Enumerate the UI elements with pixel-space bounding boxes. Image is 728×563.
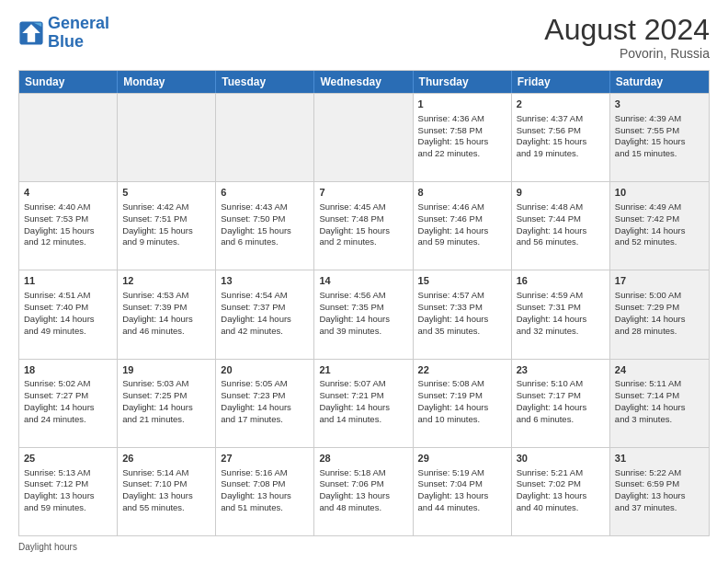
day-num-18: 18	[24, 363, 112, 377]
cal-cell-1: 1Sunrise: 4:36 AM Sunset: 7:58 PM Daylig…	[414, 94, 512, 181]
cal-cell-27: 27Sunrise: 5:16 AM Sunset: 7:08 PM Dayli…	[216, 448, 314, 535]
day-info-24: Sunrise: 5:11 AM Sunset: 7:14 PM Dayligh…	[615, 378, 686, 423]
day-info-18: Sunrise: 5:02 AM Sunset: 7:27 PM Dayligh…	[24, 378, 95, 423]
cal-row-0: 1Sunrise: 4:36 AM Sunset: 7:58 PM Daylig…	[19, 93, 709, 181]
day-info-2: Sunrise: 4:37 AM Sunset: 7:56 PM Dayligh…	[517, 113, 587, 158]
daylight-label: Daylight hours	[18, 542, 77, 552]
day-info-8: Sunrise: 4:46 AM Sunset: 7:46 PM Dayligh…	[418, 201, 489, 247]
cal-cell-empty-0-3	[314, 94, 413, 181]
logo-blue: Blue	[48, 32, 84, 51]
day-info-6: Sunrise: 4:43 AM Sunset: 7:50 PM Dayligh…	[221, 201, 291, 247]
day-info-5: Sunrise: 4:42 AM Sunset: 7:51 PM Dayligh…	[122, 201, 193, 247]
day-info-22: Sunrise: 5:08 AM Sunset: 7:19 PM Dayligh…	[418, 378, 489, 423]
cal-cell-9: 9Sunrise: 4:48 AM Sunset: 7:44 PM Daylig…	[512, 182, 610, 270]
day-info-16: Sunrise: 4:59 AM Sunset: 7:31 PM Dayligh…	[517, 290, 587, 335]
day-num-26: 26	[122, 452, 210, 465]
cal-cell-3: 3Sunrise: 4:39 AM Sunset: 7:55 PM Daylig…	[610, 94, 709, 181]
cal-cell-6: 6Sunrise: 4:43 AM Sunset: 7:50 PM Daylig…	[216, 182, 314, 270]
cal-row-2: 11Sunrise: 4:51 AM Sunset: 7:40 PM Dayli…	[19, 270, 709, 358]
day-info-30: Sunrise: 5:21 AM Sunset: 7:02 PM Dayligh…	[517, 467, 587, 512]
cal-row-1: 4Sunrise: 4:40 AM Sunset: 7:53 PM Daylig…	[19, 181, 709, 270]
day-num-25: 25	[24, 452, 112, 465]
day-num-22: 22	[418, 363, 506, 377]
location: Povorin, Russia	[544, 46, 710, 61]
cal-cell-19: 19Sunrise: 5:03 AM Sunset: 7:25 PM Dayli…	[118, 360, 216, 447]
cal-cell-15: 15Sunrise: 4:57 AM Sunset: 7:33 PM Dayli…	[414, 270, 512, 358]
day-num-10: 10	[615, 186, 704, 200]
day-info-12: Sunrise: 4:53 AM Sunset: 7:39 PM Dayligh…	[122, 290, 193, 335]
month-title: August 2024	[544, 15, 710, 44]
day-info-10: Sunrise: 4:49 AM Sunset: 7:42 PM Dayligh…	[615, 201, 686, 247]
weekday-saturday: Saturday	[610, 71, 709, 93]
day-info-14: Sunrise: 4:56 AM Sunset: 7:35 PM Dayligh…	[319, 290, 390, 335]
cal-cell-5: 5Sunrise: 4:42 AM Sunset: 7:51 PM Daylig…	[118, 182, 216, 270]
cal-cell-18: 18Sunrise: 5:02 AM Sunset: 7:27 PM Dayli…	[19, 360, 118, 447]
day-num-7: 7	[319, 186, 407, 200]
day-num-13: 13	[221, 274, 309, 288]
cal-row-3: 18Sunrise: 5:02 AM Sunset: 7:27 PM Dayli…	[19, 359, 709, 447]
calendar: SundayMondayTuesdayWednesdayThursdayFrid…	[18, 70, 710, 536]
day-info-29: Sunrise: 5:19 AM Sunset: 7:04 PM Dayligh…	[418, 467, 489, 512]
cal-cell-16: 16Sunrise: 4:59 AM Sunset: 7:31 PM Dayli…	[512, 270, 610, 358]
day-num-23: 23	[517, 363, 605, 377]
logo-icon	[18, 20, 44, 46]
title-block: August 2024 Povorin, Russia	[544, 15, 710, 61]
day-info-17: Sunrise: 5:00 AM Sunset: 7:29 PM Dayligh…	[615, 290, 686, 335]
day-num-17: 17	[615, 274, 704, 288]
cal-cell-11: 11Sunrise: 4:51 AM Sunset: 7:40 PM Dayli…	[19, 270, 118, 358]
day-num-20: 20	[221, 363, 309, 377]
cal-cell-24: 24Sunrise: 5:11 AM Sunset: 7:14 PM Dayli…	[610, 360, 709, 447]
cal-cell-31: 31Sunrise: 5:22 AM Sunset: 6:59 PM Dayli…	[610, 448, 709, 535]
day-num-5: 5	[122, 186, 210, 200]
day-num-29: 29	[418, 452, 506, 465]
day-info-11: Sunrise: 4:51 AM Sunset: 7:40 PM Dayligh…	[24, 290, 95, 335]
logo: General Blue	[18, 15, 109, 52]
cal-cell-13: 13Sunrise: 4:54 AM Sunset: 7:37 PM Dayli…	[216, 270, 314, 358]
day-num-11: 11	[24, 274, 112, 288]
day-num-16: 16	[517, 274, 605, 288]
cal-cell-29: 29Sunrise: 5:19 AM Sunset: 7:04 PM Dayli…	[414, 448, 512, 535]
header: General Blue August 2024 Povorin, Russia	[18, 15, 710, 61]
day-info-3: Sunrise: 4:39 AM Sunset: 7:55 PM Dayligh…	[615, 113, 686, 158]
weekday-sunday: Sunday	[19, 71, 118, 93]
day-info-15: Sunrise: 4:57 AM Sunset: 7:33 PM Dayligh…	[418, 290, 489, 335]
day-num-19: 19	[122, 363, 210, 377]
cal-cell-28: 28Sunrise: 5:18 AM Sunset: 7:06 PM Dayli…	[314, 448, 413, 535]
day-num-14: 14	[319, 274, 407, 288]
cal-cell-30: 30Sunrise: 5:21 AM Sunset: 7:02 PM Dayli…	[512, 448, 610, 535]
day-num-21: 21	[319, 363, 407, 377]
day-info-1: Sunrise: 4:36 AM Sunset: 7:58 PM Dayligh…	[418, 113, 489, 158]
day-info-9: Sunrise: 4:48 AM Sunset: 7:44 PM Dayligh…	[517, 201, 587, 247]
weekday-monday: Monday	[118, 71, 216, 93]
day-num-4: 4	[24, 186, 112, 200]
page: General Blue August 2024 Povorin, Russia…	[0, 0, 728, 563]
cal-cell-4: 4Sunrise: 4:40 AM Sunset: 7:53 PM Daylig…	[19, 182, 118, 270]
cal-cell-12: 12Sunrise: 4:53 AM Sunset: 7:39 PM Dayli…	[118, 270, 216, 358]
day-info-19: Sunrise: 5:03 AM Sunset: 7:25 PM Dayligh…	[122, 378, 193, 423]
cal-cell-empty-0-0	[19, 94, 118, 181]
day-info-31: Sunrise: 5:22 AM Sunset: 6:59 PM Dayligh…	[615, 467, 686, 512]
day-num-24: 24	[615, 363, 704, 377]
cal-cell-empty-0-1	[118, 94, 216, 181]
day-num-2: 2	[517, 98, 605, 111]
day-info-27: Sunrise: 5:16 AM Sunset: 7:08 PM Dayligh…	[221, 467, 291, 512]
day-num-6: 6	[221, 186, 309, 200]
day-info-23: Sunrise: 5:10 AM Sunset: 7:17 PM Dayligh…	[517, 378, 587, 423]
cal-cell-21: 21Sunrise: 5:07 AM Sunset: 7:21 PM Dayli…	[314, 360, 413, 447]
cal-cell-25: 25Sunrise: 5:13 AM Sunset: 7:12 PM Dayli…	[19, 448, 118, 535]
weekday-thursday: Thursday	[414, 71, 512, 93]
day-num-27: 27	[221, 452, 309, 465]
cal-cell-26: 26Sunrise: 5:14 AM Sunset: 7:10 PM Dayli…	[118, 448, 216, 535]
cal-cell-22: 22Sunrise: 5:08 AM Sunset: 7:19 PM Dayli…	[414, 360, 512, 447]
day-num-30: 30	[517, 452, 605, 465]
cal-cell-23: 23Sunrise: 5:10 AM Sunset: 7:17 PM Dayli…	[512, 360, 610, 447]
cal-cell-empty-0-2	[216, 94, 314, 181]
day-info-28: Sunrise: 5:18 AM Sunset: 7:06 PM Dayligh…	[319, 467, 390, 512]
day-num-12: 12	[122, 274, 210, 288]
cal-row-4: 25Sunrise: 5:13 AM Sunset: 7:12 PM Dayli…	[19, 447, 709, 535]
weekday-wednesday: Wednesday	[314, 71, 413, 93]
day-num-3: 3	[615, 98, 704, 111]
day-num-31: 31	[615, 452, 704, 465]
cal-cell-8: 8Sunrise: 4:46 AM Sunset: 7:46 PM Daylig…	[414, 182, 512, 270]
cal-cell-7: 7Sunrise: 4:45 AM Sunset: 7:48 PM Daylig…	[314, 182, 413, 270]
